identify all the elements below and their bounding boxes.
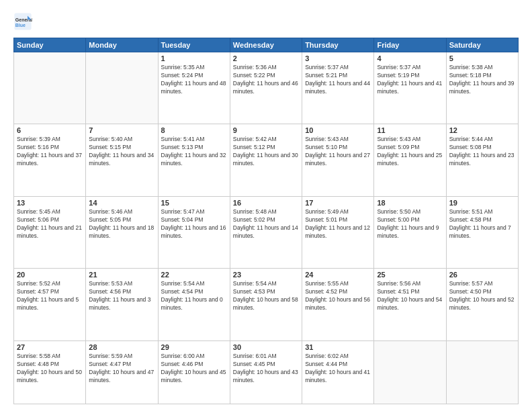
day-number: 6 (17, 126, 83, 134)
calendar-cell (446, 340, 518, 404)
day-number: 24 (305, 271, 371, 279)
day-info: Sunrise: 5:48 AM Sunset: 5:02 PM Dayligh… (233, 208, 299, 240)
day-number: 21 (89, 271, 154, 279)
day-number: 2 (233, 54, 299, 62)
day-number: 8 (161, 126, 227, 134)
calendar-cell: 8Sunrise: 5:41 AM Sunset: 5:13 PM Daylig… (158, 124, 230, 196)
calendar-cell: 9Sunrise: 5:42 AM Sunset: 5:12 PM Daylig… (230, 124, 302, 196)
weekday-header: Tuesday (158, 38, 230, 52)
weekday-header: Thursday (302, 38, 374, 52)
day-number: 3 (305, 54, 371, 62)
day-info: Sunrise: 5:39 AM Sunset: 5:16 PM Dayligh… (17, 136, 83, 168)
day-number: 10 (305, 126, 371, 134)
day-number: 12 (449, 126, 515, 134)
day-info: Sunrise: 5:59 AM Sunset: 4:47 PM Dayligh… (89, 353, 154, 385)
weekday-header: Monday (86, 38, 158, 52)
day-number: 22 (161, 271, 227, 279)
calendar-week-row: 13Sunrise: 5:45 AM Sunset: 5:06 PM Dayli… (14, 196, 519, 268)
day-info: Sunrise: 5:37 AM Sunset: 5:19 PM Dayligh… (377, 64, 443, 96)
day-info: Sunrise: 5:52 AM Sunset: 4:57 PM Dayligh… (17, 280, 83, 312)
day-info: Sunrise: 5:55 AM Sunset: 4:52 PM Dayligh… (305, 280, 371, 312)
calendar-table: SundayMondayTuesdayWednesdayThursdayFrid… (13, 38, 519, 404)
day-info: Sunrise: 5:38 AM Sunset: 5:18 PM Dayligh… (449, 64, 515, 96)
day-number: 29 (161, 343, 227, 351)
weekday-header: Friday (374, 38, 446, 52)
calendar-cell (14, 52, 86, 124)
day-number: 11 (377, 126, 443, 134)
calendar-cell: 14Sunrise: 5:46 AM Sunset: 5:05 PM Dayli… (86, 196, 158, 268)
calendar-cell: 19Sunrise: 5:51 AM Sunset: 4:58 PM Dayli… (446, 196, 518, 268)
calendar-cell: 17Sunrise: 5:49 AM Sunset: 5:01 PM Dayli… (302, 196, 374, 268)
calendar-cell: 22Sunrise: 5:54 AM Sunset: 4:54 PM Dayli… (158, 269, 230, 340)
calendar-cell: 6Sunrise: 5:39 AM Sunset: 5:16 PM Daylig… (14, 124, 86, 196)
calendar-cell: 25Sunrise: 5:56 AM Sunset: 4:51 PM Dayli… (374, 269, 446, 340)
day-info: Sunrise: 6:01 AM Sunset: 4:45 PM Dayligh… (233, 353, 299, 385)
day-info: Sunrise: 5:51 AM Sunset: 4:58 PM Dayligh… (449, 208, 515, 240)
day-info: Sunrise: 5:57 AM Sunset: 4:50 PM Dayligh… (449, 280, 515, 312)
day-number: 19 (449, 199, 515, 207)
day-number: 28 (89, 343, 154, 351)
calendar-cell: 15Sunrise: 5:47 AM Sunset: 5:04 PM Dayli… (158, 196, 230, 268)
calendar-cell (374, 340, 446, 404)
calendar-cell: 2Sunrise: 5:36 AM Sunset: 5:22 PM Daylig… (230, 52, 302, 124)
day-number: 30 (233, 343, 299, 351)
calendar-cell: 5Sunrise: 5:38 AM Sunset: 5:18 PM Daylig… (446, 52, 518, 124)
calendar-cell: 21Sunrise: 5:53 AM Sunset: 4:56 PM Dayli… (86, 269, 158, 340)
day-number: 9 (233, 126, 299, 134)
day-number: 16 (233, 199, 299, 207)
day-number: 1 (161, 54, 227, 62)
calendar-cell: 10Sunrise: 5:43 AM Sunset: 5:10 PM Dayli… (302, 124, 374, 196)
day-info: Sunrise: 5:49 AM Sunset: 5:01 PM Dayligh… (305, 208, 371, 240)
calendar-cell: 27Sunrise: 5:58 AM Sunset: 4:48 PM Dayli… (14, 340, 86, 404)
day-info: Sunrise: 5:41 AM Sunset: 5:13 PM Dayligh… (161, 136, 227, 168)
day-number: 15 (161, 199, 227, 207)
weekday-header: Sunday (14, 38, 86, 52)
day-number: 4 (377, 54, 443, 62)
logo: General Blue (13, 12, 36, 31)
calendar-cell: 4Sunrise: 5:37 AM Sunset: 5:19 PM Daylig… (374, 52, 446, 124)
calendar-cell: 1Sunrise: 5:35 AM Sunset: 5:24 PM Daylig… (158, 52, 230, 124)
day-number: 27 (17, 343, 83, 351)
svg-text:Blue: Blue (15, 23, 26, 28)
day-number: 20 (17, 271, 83, 279)
day-info: Sunrise: 5:54 AM Sunset: 4:53 PM Dayligh… (233, 280, 299, 312)
day-info: Sunrise: 5:35 AM Sunset: 5:24 PM Dayligh… (161, 64, 227, 96)
calendar-cell: 18Sunrise: 5:50 AM Sunset: 5:00 PM Dayli… (374, 196, 446, 268)
calendar-cell: 16Sunrise: 5:48 AM Sunset: 5:02 PM Dayli… (230, 196, 302, 268)
calendar-cell: 28Sunrise: 5:59 AM Sunset: 4:47 PM Dayli… (86, 340, 158, 404)
calendar-header-row: SundayMondayTuesdayWednesdayThursdayFrid… (14, 38, 519, 52)
day-info: Sunrise: 6:00 AM Sunset: 4:46 PM Dayligh… (161, 353, 227, 385)
day-info: Sunrise: 5:58 AM Sunset: 4:48 PM Dayligh… (17, 353, 83, 385)
day-info: Sunrise: 5:47 AM Sunset: 5:04 PM Dayligh… (161, 208, 227, 240)
day-number: 13 (17, 199, 83, 207)
calendar-cell: 24Sunrise: 5:55 AM Sunset: 4:52 PM Dayli… (302, 269, 374, 340)
weekday-header: Saturday (446, 38, 518, 52)
calendar-cell: 7Sunrise: 5:40 AM Sunset: 5:15 PM Daylig… (86, 124, 158, 196)
day-info: Sunrise: 5:50 AM Sunset: 5:00 PM Dayligh… (377, 208, 443, 240)
header: General Blue (13, 12, 519, 31)
day-number: 7 (89, 126, 154, 134)
calendar-cell: 20Sunrise: 5:52 AM Sunset: 4:57 PM Dayli… (14, 269, 86, 340)
day-info: Sunrise: 5:54 AM Sunset: 4:54 PM Dayligh… (161, 280, 227, 312)
calendar-cell: 26Sunrise: 5:57 AM Sunset: 4:50 PM Dayli… (446, 269, 518, 340)
day-number: 23 (233, 271, 299, 279)
day-info: Sunrise: 5:45 AM Sunset: 5:06 PM Dayligh… (17, 208, 83, 240)
calendar-cell: 23Sunrise: 5:54 AM Sunset: 4:53 PM Dayli… (230, 269, 302, 340)
day-info: Sunrise: 5:36 AM Sunset: 5:22 PM Dayligh… (233, 64, 299, 96)
calendar-week-row: 20Sunrise: 5:52 AM Sunset: 4:57 PM Dayli… (14, 269, 519, 340)
calendar-week-row: 27Sunrise: 5:58 AM Sunset: 4:48 PM Dayli… (14, 340, 519, 404)
logo-icon: General Blue (13, 12, 32, 31)
day-number: 14 (89, 199, 154, 207)
day-info: Sunrise: 5:42 AM Sunset: 5:12 PM Dayligh… (233, 136, 299, 168)
day-info: Sunrise: 6:02 AM Sunset: 4:44 PM Dayligh… (305, 353, 371, 385)
calendar-week-row: 6Sunrise: 5:39 AM Sunset: 5:16 PM Daylig… (14, 124, 519, 196)
day-info: Sunrise: 5:43 AM Sunset: 5:10 PM Dayligh… (305, 136, 371, 168)
calendar-week-row: 1Sunrise: 5:35 AM Sunset: 5:24 PM Daylig… (14, 52, 519, 124)
calendar-cell: 12Sunrise: 5:44 AM Sunset: 5:08 PM Dayli… (446, 124, 518, 196)
day-info: Sunrise: 5:43 AM Sunset: 5:09 PM Dayligh… (377, 136, 443, 168)
calendar-cell: 11Sunrise: 5:43 AM Sunset: 5:09 PM Dayli… (374, 124, 446, 196)
day-number: 31 (305, 343, 371, 351)
day-number: 25 (377, 271, 443, 279)
day-number: 18 (377, 199, 443, 207)
day-info: Sunrise: 5:46 AM Sunset: 5:05 PM Dayligh… (89, 208, 154, 240)
